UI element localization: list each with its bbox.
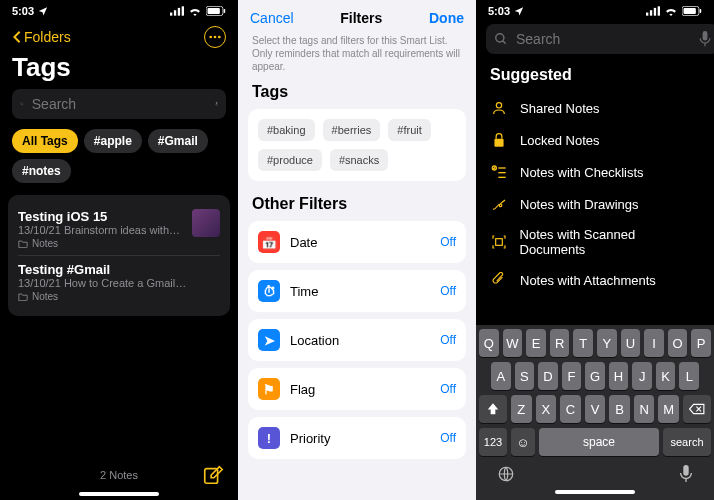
tag-row: All Tags#apple#Gmail#notes — [0, 129, 238, 195]
status-bar: 5:03 — [476, 0, 714, 18]
note-count: 2 Notes — [36, 469, 202, 481]
suggestion-item[interactable]: Locked Notes — [490, 124, 700, 156]
tag-chip[interactable]: #berries — [323, 119, 381, 141]
nav-bar: Cancel Filters Done — [238, 0, 476, 34]
filter-state: Off — [440, 382, 456, 396]
home-indicator[interactable] — [555, 490, 635, 494]
tag-pill[interactable]: #apple — [84, 129, 142, 153]
key-h[interactable]: H — [609, 362, 629, 390]
keyboard-bottom — [479, 461, 711, 488]
status-bar: 5:03 — [0, 0, 238, 18]
emoji-key[interactable]: ☺ — [511, 428, 535, 456]
key-j[interactable]: J — [632, 362, 652, 390]
key-d[interactable]: D — [538, 362, 558, 390]
key-g[interactable]: G — [585, 362, 605, 390]
filter-row-priority[interactable]: !PriorityOff — [248, 417, 466, 459]
person-icon — [490, 99, 508, 117]
svg-rect-15 — [646, 13, 648, 16]
key-f[interactable]: F — [562, 362, 582, 390]
note-preview: 13/10/21 Brainstorm ideas with… — [18, 224, 186, 236]
key-q[interactable]: Q — [479, 329, 499, 357]
key-n[interactable]: N — [634, 395, 655, 423]
key-w[interactable]: W — [503, 329, 523, 357]
key-i[interactable]: I — [644, 329, 664, 357]
suggestion-item[interactable]: Notes with Scanned Documents — [490, 220, 700, 264]
svg-point-10 — [20, 103, 22, 105]
chevron-left-icon — [12, 30, 22, 44]
more-button[interactable] — [204, 26, 226, 48]
key-v[interactable]: V — [585, 395, 606, 423]
filter-label: Date — [290, 235, 430, 250]
compose-icon[interactable] — [202, 464, 224, 486]
search-input[interactable] — [30, 95, 209, 113]
back-button[interactable]: Folders — [12, 29, 71, 45]
note-item[interactable]: Testing iOS 1513/10/21 Brainstorm ideas … — [18, 203, 220, 255]
filter-list: 📅DateOff⏱TimeOff➤LocationOff⚑FlagOff!Pri… — [248, 221, 466, 459]
suggestion-label: Notes with Checklists — [520, 165, 644, 180]
svg-rect-1 — [174, 10, 176, 15]
note-list: Testing iOS 1513/10/21 Brainstorm ideas … — [8, 195, 230, 316]
mic-icon[interactable] — [699, 31, 711, 47]
globe-icon[interactable] — [497, 465, 515, 486]
suggestion-item[interactable]: Shared Notes — [490, 92, 700, 124]
key-r[interactable]: R — [550, 329, 570, 357]
mic-icon[interactable] — [215, 96, 218, 112]
filter-row-time[interactable]: ⏱TimeOff — [248, 270, 466, 312]
key-s[interactable]: S — [515, 362, 535, 390]
backspace-icon — [689, 403, 705, 415]
shift-key[interactable] — [479, 395, 507, 423]
cancel-button[interactable]: Cancel — [250, 10, 294, 26]
filter-row-location[interactable]: ➤LocationOff — [248, 319, 466, 361]
keyboard[interactable]: QWERTYUIOP ASDFGHJKL ZXCVBNM 123☺spacese… — [476, 325, 714, 500]
key-b[interactable]: B — [609, 395, 630, 423]
tag-chip[interactable]: #baking — [258, 119, 315, 141]
checklist-icon — [490, 163, 508, 181]
tag-chip[interactable]: #fruit — [388, 119, 430, 141]
filter-icon: ➤ — [258, 329, 280, 351]
tag-pill[interactable]: #Gmail — [148, 129, 208, 153]
suggestion-item[interactable]: Notes with Checklists — [490, 156, 700, 188]
shift-icon — [486, 402, 500, 416]
key-c[interactable]: C — [560, 395, 581, 423]
key-m[interactable]: M — [658, 395, 679, 423]
key-o[interactable]: O — [668, 329, 688, 357]
note-item[interactable]: Testing #Gmail13/10/21 How to Create a G… — [18, 255, 220, 308]
dictation-icon[interactable] — [679, 465, 693, 486]
search-field[interactable] — [486, 24, 714, 54]
key-u[interactable]: U — [621, 329, 641, 357]
key-t[interactable]: T — [573, 329, 593, 357]
search-field[interactable] — [12, 89, 226, 119]
tag-pill[interactable]: #notes — [12, 159, 71, 183]
key-l[interactable]: L — [679, 362, 699, 390]
key-k[interactable]: K — [656, 362, 676, 390]
key-p[interactable]: P — [691, 329, 711, 357]
location-arrow-icon — [38, 6, 48, 16]
suggestion-item[interactable]: Notes with Drawings — [490, 188, 700, 220]
svg-line-11 — [22, 104, 23, 105]
tags-header: Tags — [238, 83, 476, 109]
numbers-key[interactable]: 123 — [479, 428, 507, 456]
filter-state: Off — [440, 235, 456, 249]
key-x[interactable]: X — [536, 395, 557, 423]
tag-chip[interactable]: #snacks — [330, 149, 388, 171]
screen-title: Filters — [340, 10, 382, 26]
search-key[interactable]: search — [663, 428, 711, 456]
suggestion-label: Notes with Attachments — [520, 273, 656, 288]
tag-pill[interactable]: All Tags — [12, 129, 78, 153]
delete-key[interactable] — [683, 395, 711, 423]
done-button[interactable]: Done — [429, 10, 464, 26]
svg-rect-0 — [170, 13, 172, 16]
key-e[interactable]: E — [526, 329, 546, 357]
filter-row-flag[interactable]: ⚑FlagOff — [248, 368, 466, 410]
tag-chip[interactable]: #produce — [258, 149, 322, 171]
filter-row-date[interactable]: 📅DateOff — [248, 221, 466, 263]
home-indicator[interactable] — [79, 492, 159, 496]
key-z[interactable]: Z — [511, 395, 532, 423]
suggestion-item[interactable]: Notes with Attachments — [490, 264, 700, 296]
search-row: Cancel — [476, 18, 714, 62]
folder-icon — [18, 239, 28, 248]
space-key[interactable]: space — [539, 428, 659, 456]
search-input[interactable] — [514, 30, 693, 48]
key-a[interactable]: A — [491, 362, 511, 390]
key-y[interactable]: Y — [597, 329, 617, 357]
